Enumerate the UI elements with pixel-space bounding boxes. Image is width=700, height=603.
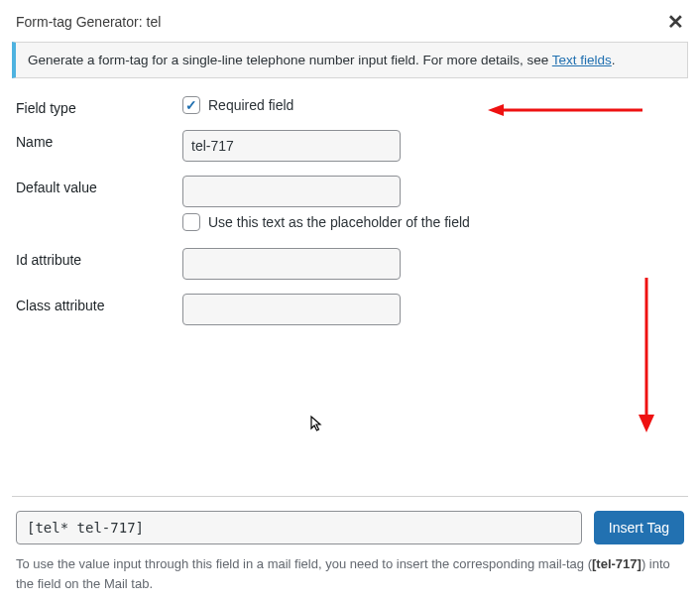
footer: Insert Tag To use the value input throug…: [12, 496, 688, 593]
annotation-arrow-required: [488, 102, 646, 118]
text-fields-link[interactable]: Text fields: [552, 53, 612, 67]
footer-note-before: To use the value input through this fiel…: [16, 556, 592, 571]
modal-title: Form-tag Generator: tel: [16, 14, 161, 30]
svg-marker-1: [488, 104, 504, 116]
row-class: Class attribute: [16, 294, 684, 325]
row-field-type: Field type Required field: [16, 96, 684, 116]
instruction-suffix: .: [612, 53, 616, 67]
required-checkbox[interactable]: [182, 96, 200, 114]
form-tag-generator-modal: Form-tag Generator: tel ✕ Generate a for…: [0, 0, 700, 603]
insert-tag-button[interactable]: Insert Tag: [594, 511, 684, 544]
placeholder-checkbox[interactable]: [182, 213, 200, 231]
default-value-input[interactable]: [182, 176, 401, 207]
default-label: Default value: [16, 176, 182, 195]
footer-note-code: [tel-717]: [592, 556, 642, 571]
field-type-label: Field type: [16, 96, 182, 116]
placeholder-checkbox-label: Use this text as the placeholder of the …: [208, 214, 470, 230]
placeholder-checkbox-wrap[interactable]: Use this text as the placeholder of the …: [182, 213, 470, 231]
name-input[interactable]: [182, 130, 401, 162]
row-id: Id attribute: [16, 248, 684, 280]
required-checkbox-wrap[interactable]: Required field: [182, 96, 293, 114]
required-checkbox-label: Required field: [208, 97, 293, 113]
titlebar: Form-tag Generator: tel ✕: [12, 10, 688, 42]
instruction-text: Generate a form-tag for a single-line te…: [28, 53, 552, 67]
class-input[interactable]: [182, 294, 401, 325]
name-label: Name: [16, 130, 182, 150]
svg-marker-3: [639, 415, 654, 432]
class-label: Class attribute: [16, 294, 182, 313]
close-icon[interactable]: ✕: [667, 12, 684, 32]
row-name: Name: [16, 130, 684, 162]
id-label: Id attribute: [16, 248, 182, 268]
cursor-icon: [309, 415, 327, 432]
form-area: Field type Required field Name Default v…: [12, 78, 688, 496]
tag-code-input[interactable]: [16, 511, 582, 544]
instruction-box: Generate a form-tag for a single-line te…: [12, 42, 688, 78]
footer-note: To use the value input through this fiel…: [16, 554, 684, 593]
row-default: Default value Use this text as the place…: [16, 176, 684, 234]
id-input[interactable]: [182, 248, 401, 280]
insert-row: Insert Tag: [16, 511, 684, 544]
